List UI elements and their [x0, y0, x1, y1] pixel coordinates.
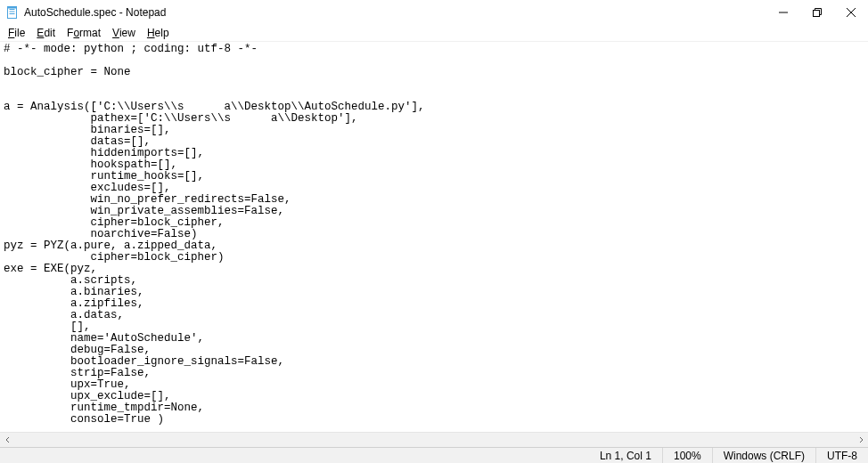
menu-help[interactable]: Help — [143, 26, 174, 40]
menu-file-rest: ile — [14, 27, 25, 39]
menu-edit[interactable]: Edit — [32, 26, 60, 40]
menu-edit-rest: dit — [44, 27, 55, 39]
editor-area: # -*- mode: python ; coding: utf-8 -*- b… — [0, 42, 868, 447]
title-bar: AutoSchedule.spec - Notepad — [0, 0, 868, 25]
menu-file[interactable]: File — [4, 26, 29, 40]
scroll-left-icon[interactable] — [0, 433, 15, 448]
status-line-ending: Windows (CRLF) — [712, 448, 815, 463]
svg-rect-6 — [814, 11, 820, 17]
title-bar-left: AutoSchedule.spec - Notepad — [5, 5, 166, 20]
status-position: Ln 1, Col 1 — [589, 448, 662, 463]
close-button[interactable] — [834, 0, 868, 25]
menu-format[interactable]: Format — [62, 26, 105, 40]
window-title: AutoSchedule.spec - Notepad — [24, 6, 166, 19]
text-editor[interactable]: # -*- mode: python ; coding: utf-8 -*- b… — [0, 42, 868, 447]
horizontal-scrollbar[interactable] — [0, 432, 868, 447]
menu-format-rest: rmat — [79, 27, 101, 39]
minimize-button[interactable] — [766, 0, 800, 25]
svg-rect-4 — [8, 7, 17, 9]
maximize-button[interactable] — [800, 0, 834, 25]
menu-help-rest: elp — [155, 27, 169, 39]
menu-view[interactable]: View — [108, 26, 140, 40]
status-zoom: 100% — [662, 448, 712, 463]
status-encoding: UTF-8 — [815, 448, 868, 463]
scroll-right-icon[interactable] — [853, 433, 868, 448]
window-controls — [766, 0, 868, 25]
notepad-icon — [5, 5, 20, 20]
menu-bar: File Edit Format View Help — [0, 25, 868, 42]
menu-view-rest: iew — [119, 27, 135, 39]
status-bar: Ln 1, Col 1 100% Windows (CRLF) UTF-8 — [0, 447, 868, 463]
